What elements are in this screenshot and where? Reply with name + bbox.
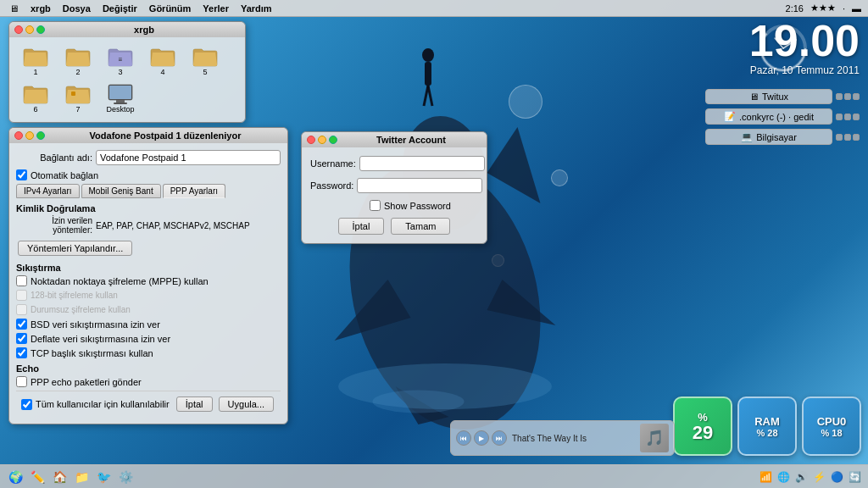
auto-connect-checkbox[interactable] (16, 169, 27, 180)
menu-time: 2:16 (786, 3, 804, 14)
menu-yardim[interactable]: Yardım (236, 2, 277, 15)
all-users-checkbox[interactable] (21, 399, 32, 410)
config-methods-btn[interactable]: Yöntemleri Yapılandır... (18, 241, 132, 256)
username-input[interactable] (359, 156, 485, 171)
ram-title: RAM (754, 415, 780, 428)
tw-min-btn[interactable] (318, 136, 326, 144)
folder-2-label: 2 (75, 68, 80, 76)
tw-close-btn[interactable] (307, 136, 315, 144)
taskbar-icon-6[interactable]: ⚙️ (117, 469, 134, 485)
conn-name-input[interactable] (96, 150, 281, 165)
twitux-wb1[interactable] (836, 93, 843, 100)
computer-icon: 💻 (741, 131, 753, 142)
menu-dosya[interactable]: Dosya (58, 2, 96, 15)
bsd-checkbox[interactable] (16, 319, 27, 330)
taskbar-icon-4[interactable]: 📁 (73, 469, 90, 485)
128bit-checkbox[interactable] (16, 290, 27, 301)
minimize-btn[interactable] (25, 25, 34, 34)
twitter-cancel-btn[interactable]: İptal (338, 218, 385, 235)
deflate-label: Deflate veri sıkıştırmasına izin ver (31, 334, 170, 344)
tw-max-btn[interactable] (329, 136, 337, 144)
show-password-row: Show Password (370, 200, 478, 211)
twitux-btn[interactable]: 🖥 Twitux (705, 89, 832, 104)
auto-connect-row: Otomatik bağlan (16, 169, 281, 180)
folder-7-label: 7 (75, 105, 80, 114)
twitter-titlebar: Twitter Account (302, 132, 487, 147)
sys-monitors: % 29 RAM % 28 CPU0 % 18 (673, 396, 861, 456)
ram-monitor-tile: RAM % 28 (737, 396, 797, 456)
file-manager-content: 1 2 ≡ 3 4 5 6 (9, 37, 245, 122)
folder-5[interactable]: 5 (187, 46, 223, 76)
network-apply-btn[interactable]: Uygula... (219, 396, 274, 412)
password-input[interactable] (357, 178, 482, 193)
conkyrc-wb2[interactable] (844, 114, 851, 120)
folder-3[interactable]: ≡ 3 (103, 46, 138, 76)
cpu-monitor-tile: CPU0 % 18 (802, 396, 861, 456)
menu-gorunum[interactable]: Görünüm (144, 2, 197, 15)
computer-wb2[interactable] (844, 134, 851, 141)
tab-mobile[interactable]: Mobil Geniş Bant (81, 184, 161, 198)
clock-ring (758, 23, 809, 74)
computer-wb3[interactable] (853, 134, 860, 141)
conkyrc-wb3[interactable] (853, 114, 860, 120)
conkyrc-wb1[interactable] (836, 114, 843, 120)
ram-percent: % 28 (756, 428, 777, 438)
svg-line-20 (783, 40, 796, 48)
network-window: Vodafone Postpaid 1 düzenleniyor Bağlant… (8, 127, 288, 424)
folder-2[interactable]: 2 (60, 46, 96, 76)
conkyrc-panel: 📝 .conkyrc (-) · gedit (705, 108, 860, 125)
menu-battery: ▬ (852, 3, 861, 14)
desktop-icon[interactable]: Desktop (103, 83, 138, 114)
deflate-checkbox[interactable] (16, 333, 27, 344)
taskbar-right: 📶 🌐 🔊 ⚡ 🔵 🔄 (760, 471, 861, 483)
bsd-label: BSD veri sıkıştırmasına izin ver (31, 319, 160, 330)
twitux-wb2[interactable] (844, 93, 851, 100)
svg-point-7 (373, 391, 465, 413)
prev-btn[interactable]: ⏮ (456, 430, 471, 446)
tcp-label: TCP başlık sıkıştırması kullan (31, 348, 153, 358)
taskbar-sound-icon: 🔊 (795, 471, 808, 483)
conkyrc-label: .conkyrc (-) · gedit (739, 112, 814, 122)
stateless-checkbox[interactable] (16, 304, 27, 315)
close-btn[interactable] (14, 25, 23, 34)
nw-close-btn[interactable] (14, 131, 23, 140)
twitter-ok-btn[interactable]: Tamam (391, 218, 450, 235)
folder-7[interactable]: 7 (60, 83, 96, 114)
cpu-percent: % 18 (821, 428, 842, 438)
tcp-row: TCP başlık sıkıştırması kullan (16, 347, 281, 358)
taskbar-icon-2[interactable]: ✏️ (29, 469, 46, 485)
menu-appname[interactable]: xrgb (25, 2, 56, 15)
conkyrc-btn[interactable]: 📝 .conkyrc (-) · gedit (705, 108, 832, 125)
nw-max-btn[interactable] (36, 131, 45, 140)
next-btn[interactable]: ⏭ (492, 430, 507, 446)
svg-rect-9 (425, 62, 431, 86)
menubar: 🖥 xrgb Dosya Değiştir Görünüm Yerler Yar… (0, 0, 868, 17)
twitter-content: Username: Password: Show Password İptal … (302, 147, 487, 243)
128bit-row: 128-bit şifreleme kullan (16, 290, 281, 301)
echo-checkbox[interactable] (16, 376, 27, 387)
menu-degistir[interactable]: Değiştir (97, 2, 142, 15)
network-cancel-btn[interactable]: İptal (176, 396, 213, 412)
maximize-btn[interactable] (36, 25, 45, 34)
tab-ppp[interactable]: PPP Ayarları (163, 184, 225, 198)
mppe-checkbox[interactable] (16, 275, 27, 286)
all-users-row: Tüm kullanıcılar için kullanılabilir (21, 399, 170, 410)
tcp-checkbox[interactable] (16, 347, 27, 358)
computer-wb1[interactable] (836, 134, 843, 141)
play-btn[interactable]: ▶ (474, 430, 489, 446)
svg-rect-13 (71, 92, 75, 96)
computer-btn[interactable]: 💻 Bilgisayar (705, 129, 832, 145)
taskbar-icon-1[interactable]: 🌍 (7, 469, 24, 485)
tab-ipv4[interactable]: IPv4 Ayarları (16, 184, 80, 198)
show-password-checkbox[interactable] (370, 200, 381, 211)
twitux-wb3[interactable] (853, 93, 860, 100)
menu-yerler[interactable]: Yerler (198, 2, 234, 15)
network-winbtns (14, 131, 45, 140)
nw-min-btn[interactable] (25, 131, 34, 140)
twitter-window: Twitter Account Username: Password: Show… (301, 131, 487, 244)
folder-6[interactable]: 6 (18, 83, 53, 114)
taskbar-icon-3[interactable]: 🏠 (51, 469, 68, 485)
taskbar-icon-5[interactable]: 🐦 (95, 469, 112, 485)
folder-1[interactable]: 1 (18, 46, 53, 76)
folder-4[interactable]: 4 (145, 46, 181, 76)
